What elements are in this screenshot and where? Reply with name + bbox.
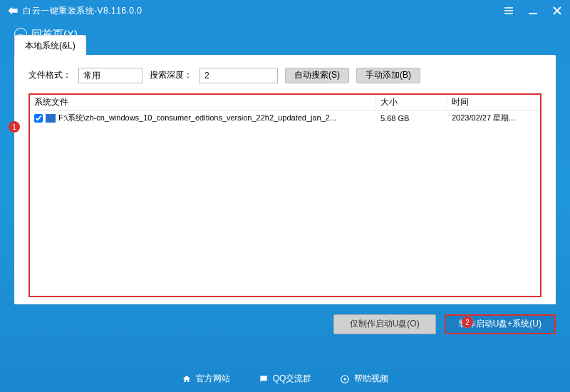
help-video-link[interactable]: 帮助视频 [340,373,388,385]
row-checkbox[interactable] [34,114,43,123]
menu-button[interactable] [503,5,514,16]
table-header: 系统文件 大小 时间 [30,95,540,110]
titlebar: 白云一键重装系统-V8.116.0.0 [0,0,570,21]
make-usb-only-button[interactable]: 仅制作启动U盘(O) [333,314,436,334]
file-time: 2023/02/27 星期... [447,113,540,123]
make-usb-system-button[interactable]: 制作启动U盘+系统(U) [445,314,556,334]
depth-select[interactable]: 2 [200,68,278,83]
col-time[interactable]: 时间 [447,96,540,108]
col-file[interactable]: 系统文件 [30,96,376,108]
close-button[interactable] [551,5,563,16]
file-table: 系统文件 大小 时间 F:\系统\zh-cn_windows_10_consum… [28,93,542,297]
video-icon [340,374,350,384]
tab-local-system[interactable]: 本地系统(&L) [14,35,86,56]
format-select[interactable]: 常用 [78,68,142,83]
app-title: 白云一键重装系统-V8.116.0.0 [23,5,142,17]
minimize-button[interactable] [527,5,539,16]
chat-icon [259,374,269,384]
footer-actions: 仅制作启动U盘(O) 制作启动U盘+系统(U) [0,304,570,334]
qq-group-link[interactable]: QQ交流群 [259,373,312,385]
home-icon [182,374,192,384]
manual-add-button[interactable]: 手动添加(B) [356,68,420,83]
bottom-links: 官方网站 QQ交流群 帮助视频 [0,373,570,385]
depth-label: 搜索深度： [150,69,192,81]
filter-bar: 文件格式： 常用 搜索深度： 2 自动搜索(S) 手动添加(B) [28,68,542,83]
annotation-badge-1: 1 [9,121,20,133]
official-site-link[interactable]: 官方网站 [182,373,230,385]
app-logo-icon [7,5,19,16]
main-panel: 本地系统(&L) 文件格式： 常用 搜索深度： 2 自动搜索(S) 手动添加(B… [14,55,556,304]
file-icon [46,114,56,123]
table-row[interactable]: F:\系统\zh-cn_windows_10_consumer_editions… [30,110,540,126]
format-label: 文件格式： [28,69,71,81]
col-size[interactable]: 大小 [376,96,447,108]
annotation-badge-2: 2 [462,316,473,328]
file-size: 5.68 GB [376,114,447,123]
auto-search-button[interactable]: 自动搜索(S) [285,68,349,83]
file-path: F:\系统\zh-cn_windows_10_consumer_editions… [58,113,336,123]
